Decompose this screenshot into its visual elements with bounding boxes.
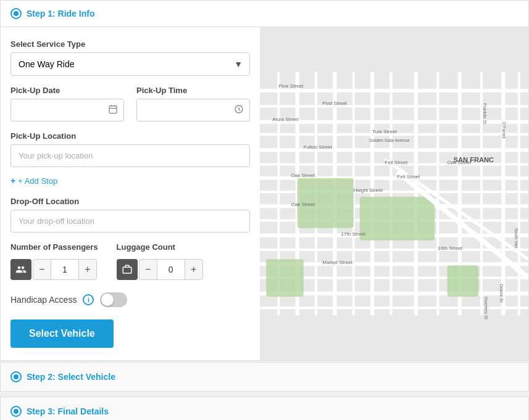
passengers-value: 1 — [51, 259, 78, 280]
pickup-time-label: Pick-Up Time — [136, 86, 250, 95]
calendar-icon — [108, 104, 118, 117]
pickup-time-input[interactable] — [136, 99, 250, 121]
svg-text:Golden Gate Avenue: Golden Gate Avenue — [369, 138, 410, 143]
step1-title: Step 1: Ride Info — [27, 9, 94, 19]
service-type-wrapper: One Way Ride Round Trip Hourly ▼ — [10, 52, 250, 76]
info-icon-text: i — [88, 296, 90, 303]
svg-rect-37 — [266, 259, 304, 297]
handicap-label: Handicap Access — [10, 295, 77, 305]
svg-text:Oak Street: Oak Street — [291, 202, 315, 207]
step2-circle — [10, 371, 22, 382]
step2-section: Step 2: Select Vehicle — [0, 362, 529, 392]
passengers-decrease-button[interactable]: − — [33, 259, 51, 280]
luggage-group: Luggage Count − 0 + — [117, 242, 203, 280]
pickup-location-label: Pick-Up Location — [10, 131, 250, 141]
svg-text:Franklin St: Franklin St — [482, 103, 487, 124]
pickup-location-input[interactable] — [10, 144, 250, 167]
luggage-decrease-button[interactable]: − — [139, 259, 157, 280]
svg-text:Oak Street: Oak Street — [291, 173, 315, 178]
luggage-controls: − 0 + — [117, 259, 203, 280]
svg-text:18th Street: 18th Street — [438, 245, 462, 251]
time-field: Pick-Up Time — [136, 86, 250, 121]
map-svg: Pine Street Post Street Anza Street Turk… — [260, 27, 528, 360]
luggage-icon — [117, 259, 138, 280]
map-panel: Pine Street Post Street Anza Street Turk… — [260, 27, 528, 360]
pickup-location-field: Pick-Up Location — [10, 131, 250, 167]
svg-text:Dolore St: Dolore St — [499, 284, 504, 303]
svg-text:Fulton Street: Fulton Street — [304, 144, 333, 150]
svg-text:Pine Street: Pine Street — [278, 83, 304, 89]
svg-text:Fell Street: Fell Street — [398, 174, 421, 179]
clock-icon — [234, 104, 244, 117]
svg-text:Post Street: Post Street — [322, 101, 348, 106]
pickup-date-label: Pick-Up Date — [10, 86, 124, 95]
luggage-label: Luggage Count — [117, 242, 203, 252]
dropoff-location-input[interactable] — [10, 210, 250, 233]
svg-text:17th Street: 17th Street — [341, 231, 366, 237]
step1-circle — [10, 8, 22, 19]
toggle-knob — [101, 294, 114, 306]
passengers-controls: − 1 + — [10, 259, 98, 280]
add-stop-label: + Add Stop — [18, 176, 57, 186]
main-content: Select Service Type One Way Ride Round T… — [1, 27, 528, 360]
add-stop-icon: + — [10, 176, 15, 186]
select-vehicle-button[interactable]: Select Vehicle — [10, 319, 114, 348]
step3-section: Step 3: Final Details — [0, 397, 529, 420]
svg-text:Anza Street: Anza Street — [272, 117, 299, 122]
luggage-value: 0 — [157, 259, 185, 280]
dropoff-location-label: Drop-Off Location — [10, 197, 250, 206]
pickup-date-input[interactable] — [10, 99, 124, 121]
svg-text:Fell Street: Fell Street — [385, 160, 408, 165]
service-type-select[interactable]: One Way Ride Round Trip Hourly — [10, 52, 250, 76]
svg-text:Turk Street: Turk Street — [372, 129, 397, 134]
passengers-icon — [10, 259, 31, 280]
pickup-time-wrapper — [136, 99, 250, 121]
svg-rect-0 — [109, 105, 117, 113]
dropoff-location-field: Drop-Off Location — [10, 197, 250, 233]
step2-circle-inner — [14, 374, 19, 379]
step1-header: Step 1: Ride Info — [1, 1, 528, 27]
handicap-toggle[interactable] — [100, 292, 127, 307]
svg-rect-36 — [360, 197, 435, 241]
handicap-info-icon[interactable]: i — [83, 294, 94, 305]
date-time-row: Pick-Up Date — [10, 86, 250, 121]
step2-header[interactable]: Step 2: Select Vehicle — [1, 363, 528, 391]
add-stop-button[interactable]: + + Add Stop — [10, 172, 57, 189]
luggage-increase-button[interactable]: + — [185, 259, 203, 280]
step3-title: Step 3: Final Details — [27, 406, 109, 416]
step1-circle-inner — [14, 11, 19, 16]
svg-rect-38 — [447, 265, 478, 297]
passengers-increase-button[interactable]: + — [78, 259, 97, 280]
date-field: Pick-Up Date — [10, 86, 124, 121]
step3-circle-inner — [14, 409, 19, 414]
pickup-date-wrapper — [10, 99, 124, 121]
step1-section: Step 1: Ride Info Select Service Type On… — [0, 0, 529, 361]
svg-text:O'Farrell: O'Farrell — [501, 122, 506, 139]
svg-text:Market Street: Market Street — [322, 260, 352, 265]
counters-row: Number of Passengers − 1 + — [10, 242, 250, 280]
svg-text:Guerrero St: Guerrero St — [483, 297, 488, 319]
form-panel: Select Service Type One Way Ride Round T… — [1, 27, 260, 360]
step3-circle — [10, 406, 22, 417]
handicap-row: Handicap Access i — [10, 292, 250, 307]
step2-title: Step 2: Select Vehicle — [27, 372, 115, 382]
svg-text:SAN FRANC: SAN FRANC — [454, 156, 494, 163]
svg-text:South Van: South Van — [514, 228, 519, 249]
passengers-label: Number of Passengers — [10, 242, 98, 252]
service-type-label: Select Service Type — [10, 39, 250, 49]
step3-header[interactable]: Step 3: Final Details — [1, 397, 528, 420]
svg-text:Haight Street: Haight Street — [354, 187, 383, 193]
passengers-group: Number of Passengers − 1 + — [10, 242, 98, 280]
